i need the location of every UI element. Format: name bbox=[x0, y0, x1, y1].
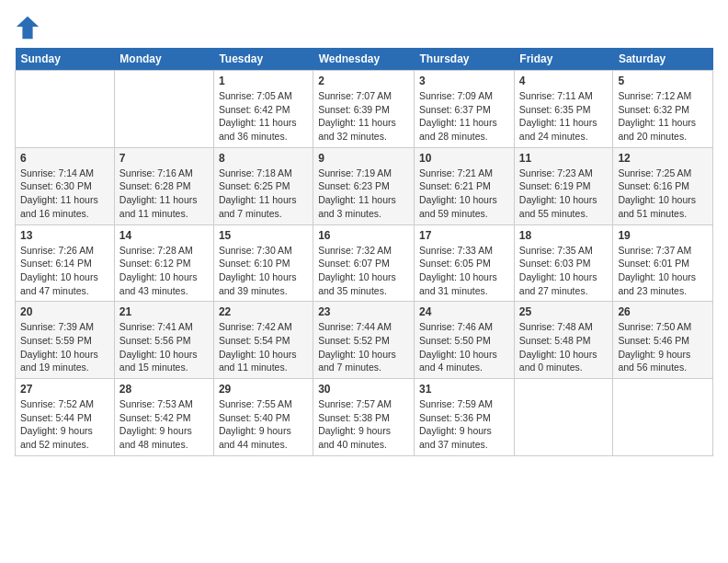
day-number: 22 bbox=[219, 305, 308, 318]
day-number: 9 bbox=[318, 152, 409, 165]
calendar-cell: 8Sunrise: 7:18 AMSunset: 6:25 PMDaylight… bbox=[213, 147, 313, 224]
day-number: 3 bbox=[419, 75, 509, 87]
calendar-cell: 25Sunrise: 7:48 AMSunset: 5:48 PMDayligh… bbox=[514, 302, 613, 379]
day-detail: Sunrise: 7:33 AMSunset: 6:05 PMDaylight:… bbox=[419, 244, 509, 298]
day-detail: Sunrise: 7:09 AMSunset: 6:37 PMDaylight:… bbox=[419, 89, 509, 144]
calendar-cell: 2Sunrise: 7:07 AMSunset: 6:39 PMDaylight… bbox=[313, 71, 415, 148]
day-detail: Sunrise: 7:42 AMSunset: 5:54 PMDaylight:… bbox=[219, 320, 308, 374]
day-detail: Sunrise: 7:55 AMSunset: 5:40 PMDaylight:… bbox=[219, 397, 308, 452]
logo-icon bbox=[15, 15, 40, 40]
day-number: 13 bbox=[20, 229, 109, 242]
calendar-week-row: 13Sunrise: 7:26 AMSunset: 6:14 PMDayligh… bbox=[16, 224, 713, 302]
day-number: 8 bbox=[219, 152, 308, 165]
calendar-cell: 18Sunrise: 7:35 AMSunset: 6:03 PMDayligh… bbox=[514, 224, 613, 302]
calendar-cell: 15Sunrise: 7:30 AMSunset: 6:10 PMDayligh… bbox=[213, 224, 313, 302]
calendar-week-row: 20Sunrise: 7:39 AMSunset: 5:59 PMDayligh… bbox=[16, 302, 713, 379]
calendar-week-row: 1Sunrise: 7:05 AMSunset: 6:42 PMDaylight… bbox=[16, 71, 713, 148]
calendar-cell: 20Sunrise: 7:39 AMSunset: 5:59 PMDayligh… bbox=[16, 302, 115, 379]
day-detail: Sunrise: 7:37 AMSunset: 6:01 PMDaylight:… bbox=[618, 244, 708, 298]
calendar-cell: 27Sunrise: 7:52 AMSunset: 5:44 PMDayligh… bbox=[16, 379, 115, 456]
day-detail: Sunrise: 7:39 AMSunset: 5:59 PMDaylight:… bbox=[20, 320, 109, 374]
weekday-header: Friday bbox=[514, 48, 613, 71]
calendar-cell: 29Sunrise: 7:55 AMSunset: 5:40 PMDayligh… bbox=[213, 379, 313, 456]
day-detail: Sunrise: 7:50 AMSunset: 5:46 PMDaylight:… bbox=[618, 320, 708, 374]
day-number: 24 bbox=[419, 305, 509, 318]
day-number: 16 bbox=[318, 229, 409, 242]
weekday-header: Tuesday bbox=[213, 48, 313, 71]
day-number: 1 bbox=[219, 75, 308, 87]
day-number: 28 bbox=[119, 383, 209, 396]
day-number: 31 bbox=[419, 383, 509, 396]
calendar-cell: 9Sunrise: 7:19 AMSunset: 6:23 PMDaylight… bbox=[313, 147, 415, 224]
day-number: 23 bbox=[318, 305, 409, 318]
day-number: 6 bbox=[20, 152, 109, 165]
day-number: 14 bbox=[119, 229, 209, 242]
calendar-cell: 23Sunrise: 7:44 AMSunset: 5:52 PMDayligh… bbox=[313, 302, 415, 379]
day-detail: Sunrise: 7:18 AMSunset: 6:25 PMDaylight:… bbox=[219, 167, 308, 221]
day-detail: Sunrise: 7:26 AMSunset: 6:14 PMDaylight:… bbox=[20, 244, 109, 298]
calendar-cell bbox=[514, 379, 613, 456]
day-detail: Sunrise: 7:07 AMSunset: 6:39 PMDaylight:… bbox=[318, 89, 409, 144]
weekday-header: Monday bbox=[114, 48, 213, 71]
calendar-cell: 22Sunrise: 7:42 AMSunset: 5:54 PMDayligh… bbox=[213, 302, 313, 379]
day-detail: Sunrise: 7:11 AMSunset: 6:35 PMDaylight:… bbox=[519, 89, 609, 144]
calendar-cell bbox=[613, 379, 713, 456]
calendar-table: SundayMondayTuesdayWednesdayThursdayFrid… bbox=[15, 48, 713, 456]
calendar-cell: 10Sunrise: 7:21 AMSunset: 6:21 PMDayligh… bbox=[415, 147, 515, 224]
day-detail: Sunrise: 7:16 AMSunset: 6:28 PMDaylight:… bbox=[119, 167, 209, 221]
day-detail: Sunrise: 7:44 AMSunset: 5:52 PMDaylight:… bbox=[318, 320, 409, 374]
day-detail: Sunrise: 7:19 AMSunset: 6:23 PMDaylight:… bbox=[318, 167, 409, 221]
day-number: 21 bbox=[119, 305, 209, 318]
day-number: 7 bbox=[119, 152, 209, 165]
weekday-header: Sunday bbox=[16, 48, 115, 71]
day-number: 2 bbox=[318, 75, 409, 87]
calendar-cell: 14Sunrise: 7:28 AMSunset: 6:12 PMDayligh… bbox=[114, 224, 213, 302]
day-detail: Sunrise: 7:48 AMSunset: 5:48 PMDaylight:… bbox=[519, 320, 609, 374]
svg-marker-0 bbox=[17, 17, 39, 39]
day-detail: Sunrise: 7:30 AMSunset: 6:10 PMDaylight:… bbox=[219, 244, 308, 298]
weekday-header: Wednesday bbox=[313, 48, 415, 71]
calendar-week-row: 6Sunrise: 7:14 AMSunset: 6:30 PMDaylight… bbox=[16, 147, 713, 224]
day-number: 30 bbox=[318, 383, 409, 396]
day-detail: Sunrise: 7:12 AMSunset: 6:32 PMDaylight:… bbox=[618, 89, 708, 144]
calendar-cell bbox=[114, 71, 213, 148]
day-detail: Sunrise: 7:05 AMSunset: 6:42 PMDaylight:… bbox=[219, 89, 308, 144]
day-number: 15 bbox=[219, 229, 308, 242]
day-number: 5 bbox=[618, 75, 708, 87]
day-number: 12 bbox=[618, 152, 708, 165]
calendar-cell: 17Sunrise: 7:33 AMSunset: 6:05 PMDayligh… bbox=[415, 224, 515, 302]
calendar-cell: 30Sunrise: 7:57 AMSunset: 5:38 PMDayligh… bbox=[313, 379, 415, 456]
calendar-cell: 7Sunrise: 7:16 AMSunset: 6:28 PMDaylight… bbox=[114, 147, 213, 224]
calendar-cell: 12Sunrise: 7:25 AMSunset: 6:16 PMDayligh… bbox=[613, 147, 713, 224]
day-detail: Sunrise: 7:41 AMSunset: 5:56 PMDaylight:… bbox=[119, 320, 209, 374]
day-detail: Sunrise: 7:52 AMSunset: 5:44 PMDaylight:… bbox=[20, 397, 109, 452]
day-detail: Sunrise: 7:14 AMSunset: 6:30 PMDaylight:… bbox=[20, 167, 109, 221]
day-detail: Sunrise: 7:53 AMSunset: 5:42 PMDaylight:… bbox=[119, 397, 209, 452]
day-number: 27 bbox=[20, 383, 109, 396]
day-number: 11 bbox=[519, 152, 609, 165]
day-detail: Sunrise: 7:28 AMSunset: 6:12 PMDaylight:… bbox=[119, 244, 209, 298]
day-detail: Sunrise: 7:46 AMSunset: 5:50 PMDaylight:… bbox=[419, 320, 509, 374]
weekday-header: Thursday bbox=[415, 48, 515, 71]
day-number: 17 bbox=[419, 229, 509, 242]
calendar-cell: 21Sunrise: 7:41 AMSunset: 5:56 PMDayligh… bbox=[114, 302, 213, 379]
calendar-week-row: 27Sunrise: 7:52 AMSunset: 5:44 PMDayligh… bbox=[16, 379, 713, 456]
day-detail: Sunrise: 7:59 AMSunset: 5:36 PMDaylight:… bbox=[419, 397, 509, 452]
calendar-cell: 3Sunrise: 7:09 AMSunset: 6:37 PMDaylight… bbox=[415, 71, 515, 148]
calendar-cell: 24Sunrise: 7:46 AMSunset: 5:50 PMDayligh… bbox=[415, 302, 515, 379]
calendar-cell: 28Sunrise: 7:53 AMSunset: 5:42 PMDayligh… bbox=[114, 379, 213, 456]
weekday-header: Saturday bbox=[613, 48, 713, 71]
day-detail: Sunrise: 7:32 AMSunset: 6:07 PMDaylight:… bbox=[318, 244, 409, 298]
calendar-cell: 5Sunrise: 7:12 AMSunset: 6:32 PMDaylight… bbox=[613, 71, 713, 148]
logo bbox=[15, 15, 44, 40]
day-number: 25 bbox=[519, 305, 609, 318]
calendar-cell bbox=[16, 71, 115, 148]
day-number: 10 bbox=[419, 152, 509, 165]
calendar-cell: 6Sunrise: 7:14 AMSunset: 6:30 PMDaylight… bbox=[16, 147, 115, 224]
day-number: 18 bbox=[519, 229, 609, 242]
calendar-cell: 1Sunrise: 7:05 AMSunset: 6:42 PMDaylight… bbox=[213, 71, 313, 148]
day-detail: Sunrise: 7:23 AMSunset: 6:19 PMDaylight:… bbox=[519, 167, 609, 221]
day-detail: Sunrise: 7:57 AMSunset: 5:38 PMDaylight:… bbox=[318, 397, 409, 452]
calendar-cell: 16Sunrise: 7:32 AMSunset: 6:07 PMDayligh… bbox=[313, 224, 415, 302]
day-detail: Sunrise: 7:21 AMSunset: 6:21 PMDaylight:… bbox=[419, 167, 509, 221]
